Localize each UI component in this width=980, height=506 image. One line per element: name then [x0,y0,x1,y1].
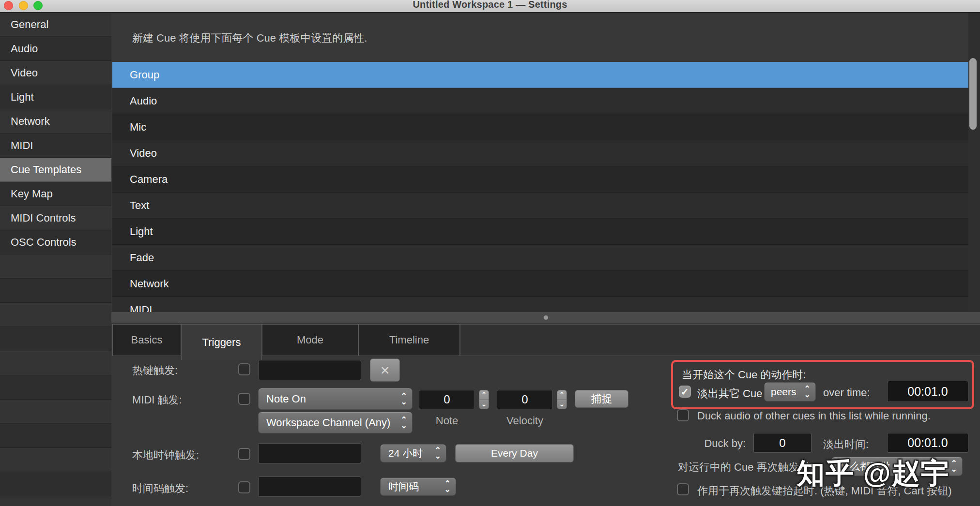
midi-velocity-stepper[interactable]: ⌃⌄ [557,390,567,409]
chevron-up-down-icon: ⌃⌄ [401,417,407,429]
chevron-down-icon: ⌄ [479,400,489,409]
sidebar-empty-row [0,303,111,327]
wall-clock-input[interactable] [258,443,361,463]
duck-by-label: Duck by: [700,437,746,450]
cue-row-text[interactable]: Text [112,193,968,219]
settings-sidebar: General Audio Video Light Network MIDI C… [0,13,111,506]
timecode-trigger-checkbox[interactable] [238,481,250,493]
cue-row-light[interactable]: Light [112,219,968,245]
chevron-up-down-icon: ⌃⌄ [444,481,451,492]
sidebar-item-midi-controls[interactable]: MIDI Controls [0,206,111,230]
cue-row-fade[interactable]: Fade [112,245,968,271]
settings-window: Untitled Workspace 1 — Settings General … [0,0,980,506]
cue-row-video[interactable]: Video [112,140,968,166]
hotkey-input[interactable] [258,360,361,380]
midi-note-stepper[interactable]: ⌃⌄ [479,390,489,409]
hotkey-clear-button[interactable]: × [370,358,400,382]
sidebar-empty-row [0,424,111,448]
cue-row-mic[interactable]: Mic [112,114,968,140]
x-icon: × [381,361,390,379]
sidebar-empty-row [0,351,111,375]
sidebar-item-general[interactable]: General [0,13,111,37]
midi-note-input[interactable]: 0 [419,390,475,409]
wall-clock-trigger-checkbox[interactable] [238,448,250,460]
midi-trigger-checkbox[interactable] [238,393,250,405]
chevron-up-down-icon: ⌃⌄ [401,393,407,405]
sidebar-item-network[interactable]: Network [0,109,111,134]
timecode-format-value: 时间码 [388,480,419,493]
hotkey-trigger-label: 热键触发: [132,363,178,378]
midi-message-type-select[interactable]: Note On ⌃⌄ [258,388,413,410]
retrigger-label: 对运行中的 Cue 再次触发时: [678,460,813,475]
timecode-format-select[interactable]: 时间码 ⌃⌄ [380,477,456,496]
cue-row-midi[interactable]: MIDI [112,297,968,312]
sidebar-item-key-map[interactable]: Key Map [0,182,111,206]
every-day-button[interactable]: Every Day [455,444,574,462]
window-title: Untitled Workspace 1 — Settings [0,0,980,10]
duck-audio-checkbox[interactable] [677,409,689,421]
scrollbar-track [968,13,980,312]
sidebar-empty-row [0,472,111,496]
chevron-down-icon: ⌄ [557,400,567,409]
sidebar-empty-row [0,448,111,472]
chevron-up-icon: ⌃ [557,390,567,400]
retrigger-release-checkbox[interactable] [677,483,689,495]
clock-format-value: 24 小时 [388,446,423,460]
sidebar-item-audio[interactable]: Audio [0,37,111,61]
chevron-up-down-icon: ⌃⌄ [951,461,957,472]
chevron-up-down-icon: ⌃⌄ [435,447,441,459]
duck-audio-label: Duck audio of other cues in this list wh… [697,410,931,422]
tab-triggers[interactable]: Triggers [181,324,262,360]
sidebar-empty-row [0,327,111,351]
cue-row-camera[interactable]: Camera [112,166,968,193]
fade-time-input[interactable]: 00:01.0 [887,433,968,453]
sidebar-item-video[interactable]: Video [0,61,111,85]
wall-clock-trigger-label: 本地时钟触发: [132,448,199,462]
midi-velocity-input[interactable]: 0 [497,390,553,409]
timecode-input[interactable] [258,476,361,497]
sidebar-item-light[interactable]: Light [0,85,111,109]
chevron-up-icon: ⌃ [479,390,489,400]
midi-trigger-label: MIDI 触发: [132,393,182,407]
red-highlight-annotation [671,360,974,409]
cue-row-audio[interactable]: Audio [112,88,968,114]
clock-format-select[interactable]: 24 小时 ⌃⌄ [380,444,446,462]
sidebar-empty-row [0,279,111,303]
sidebar-empty-row [0,254,111,279]
sidebar-item-midi[interactable]: MIDI [0,134,111,158]
splitter-handle-icon[interactable] [544,315,548,320]
timecode-trigger-label: 时间码触发: [132,481,188,496]
duck-by-input[interactable]: 0 [753,433,812,453]
midi-message-type-value: Note On [266,393,306,405]
sidebar-item-cue-templates[interactable]: Cue Templates [0,158,111,182]
velocity-caption: Velocity [498,415,552,427]
title-bar[interactable]: Untitled Workspace 1 — Settings [0,0,980,13]
midi-capture-button[interactable]: 捕捉 [575,390,628,408]
note-caption: Note [426,415,468,427]
sidebar-item-osc-controls[interactable]: OSC Controls [0,230,111,254]
sidebar-empty-row [0,496,111,506]
zhihu-watermark: 知乎 @赵宇 [796,455,950,492]
tab-timeline[interactable]: Timeline [358,324,460,356]
scrollbar-thumb[interactable] [969,58,977,130]
cue-row-network[interactable]: Network [112,271,968,297]
fade-time-label: 淡出时间: [823,437,869,452]
hotkey-trigger-checkbox[interactable] [238,363,250,375]
tab-basics[interactable]: Basics [112,324,181,356]
tab-mode[interactable]: Mode [262,324,358,356]
sidebar-empty-row [0,375,111,400]
tab-bar-filler [460,324,980,356]
cue-template-list: Group Audio Mic Video Camera Text Light … [112,62,968,312]
midi-channel-value: Workspace Channel (Any) [266,417,390,429]
sidebar-empty-row [0,400,111,424]
cue-row-group[interactable]: Group [112,62,968,88]
cue-templates-hint: 新建 Cue 将使用下面每个 Cue 模板中设置的属性. [132,31,367,45]
midi-channel-select[interactable]: Workspace Channel (Any) ⌃⌄ [258,412,413,433]
